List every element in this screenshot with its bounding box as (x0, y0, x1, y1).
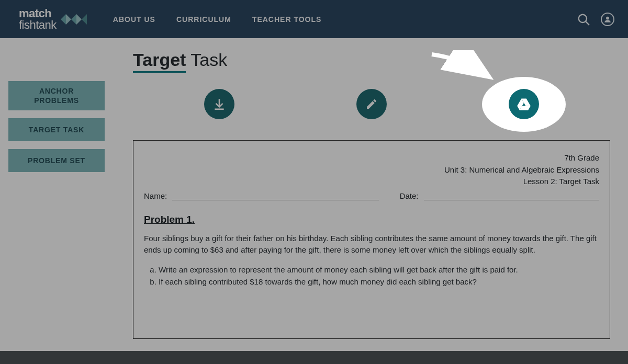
sidebar: ANCHOR PROBLEMS TARGET TASK PROBLEM SET (0, 38, 105, 351)
page-title-rest: Task (186, 50, 227, 70)
sidebar-anchor-line1: ANCHOR (39, 87, 74, 95)
svg-point-5 (579, 14, 587, 22)
problem-part-a: Write an expression to represent the amo… (159, 264, 599, 276)
svg-point-7 (606, 16, 609, 19)
page-title-underline: Target (133, 50, 186, 73)
sidebar-problem-set[interactable]: PROBLEM SET (8, 149, 105, 172)
document-preview: 7th Grade Unit 3: Numerical and Algebrai… (133, 140, 610, 339)
header-nav: match fishtank ABOUT US CURRICULUM TEACH… (0, 0, 628, 38)
user-icon[interactable] (601, 13, 614, 26)
svg-marker-2 (71, 14, 76, 25)
svg-marker-4 (82, 14, 87, 25)
doc-date-label: Date: (400, 191, 419, 200)
nav-curriculum[interactable]: CURRICULUM (176, 15, 231, 24)
doc-name-label: Name: (144, 191, 167, 200)
drive-spotlight (482, 77, 566, 132)
footer-strip (0, 351, 628, 364)
doc-unit: Unit 3: Numerical and Algebraic Expressi… (144, 164, 599, 176)
logo-mark-icon (61, 12, 87, 27)
download-button[interactable] (204, 89, 234, 119)
main-content: Target Task (105, 38, 628, 351)
logo-text-thin: fishtank (19, 19, 57, 31)
doc-name-line (172, 191, 378, 200)
problem-part-b: If each sibling contributed $18 towards … (159, 276, 599, 288)
nav-about[interactable]: ABOUT US (113, 15, 155, 24)
page-title: Target Task (133, 50, 610, 73)
main-nav: ABOUT US CURRICULUM TEACHER TOOLS (113, 15, 322, 24)
google-drive-icon (516, 97, 532, 111)
sidebar-target-task[interactable]: TARGET TASK (8, 118, 105, 141)
doc-lesson: Lesson 2: Target Task (144, 176, 599, 188)
action-row (133, 89, 610, 119)
problem-subparts: Write an expression to represent the amo… (159, 264, 599, 288)
logo-text-bold: match (19, 8, 57, 19)
problem-title: Problem 1. (144, 214, 599, 225)
sidebar-anchor-line2: PROBLEMS (13, 96, 100, 105)
logo[interactable]: match fishtank (19, 8, 87, 31)
svg-marker-3 (76, 14, 82, 25)
doc-grade: 7th Grade (144, 152, 599, 164)
svg-marker-0 (61, 14, 66, 25)
google-drive-button[interactable] (509, 89, 539, 119)
sidebar-anchor-problems[interactable]: ANCHOR PROBLEMS (8, 81, 105, 110)
svg-line-6 (586, 21, 589, 25)
search-icon[interactable] (577, 13, 590, 26)
doc-date-line (424, 191, 599, 200)
svg-marker-1 (66, 14, 71, 25)
edit-button[interactable] (356, 89, 387, 119)
problem-body: Four siblings buy a gift for their fathe… (144, 233, 599, 256)
nav-teacher-tools[interactable]: TEACHER TOOLS (252, 15, 322, 24)
